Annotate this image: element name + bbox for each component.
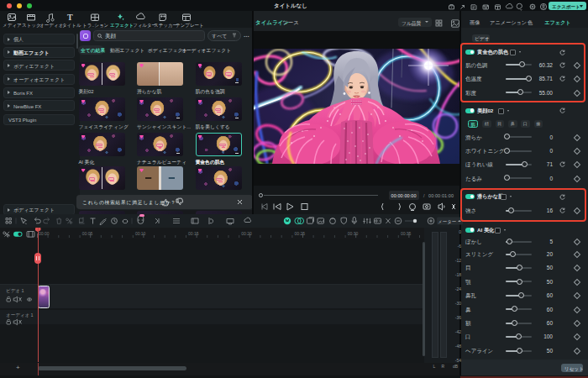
svg-text:T: T <box>67 13 73 22</box>
